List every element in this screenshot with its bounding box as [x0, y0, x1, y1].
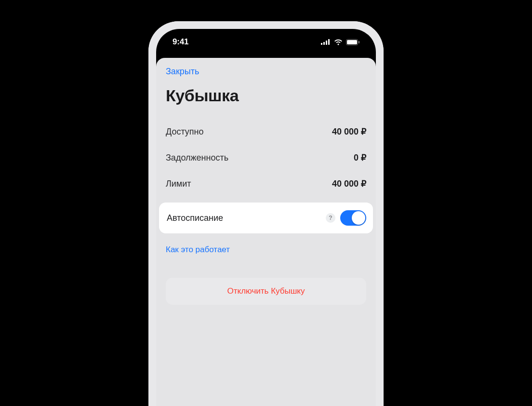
stat-row-available: Доступно 40 000 ₽	[156, 119, 376, 145]
svg-rect-3	[328, 39, 330, 45]
how-it-works-row: Как это работает	[156, 233, 376, 258]
status-time: 9:41	[173, 37, 188, 47]
battery-icon	[346, 39, 359, 45]
stat-label-available: Доступно	[166, 127, 204, 137]
wifi-icon	[334, 39, 343, 45]
content-sheet: Закрыть Кубышка Доступно 40 000 ₽ Задолж…	[156, 58, 376, 406]
how-it-works-link[interactable]: Как это работает	[166, 245, 230, 254]
autopay-label: Автосписание	[167, 213, 223, 223]
stat-label-limit: Лимит	[166, 179, 191, 189]
svg-rect-6	[359, 41, 359, 43]
disable-button-wrap: Отключить Кубышку	[156, 258, 376, 314]
help-icon[interactable]: ?	[326, 213, 335, 223]
stat-value-limit: 40 000 ₽	[332, 178, 366, 189]
autopay-toggle[interactable]	[340, 210, 366, 226]
autopay-controls: ?	[326, 210, 366, 226]
svg-rect-2	[326, 41, 327, 45]
cellular-signal-icon	[321, 39, 331, 45]
svg-rect-0	[321, 43, 322, 45]
stat-row-debt: Задолженность 0 ₽	[156, 145, 376, 171]
phone-bezel: 9:41 Закрыть К	[148, 21, 384, 406]
disable-button[interactable]: Отключить Кубышку	[166, 278, 366, 305]
stat-label-debt: Задолженность	[166, 153, 228, 163]
toggle-knob	[352, 211, 365, 225]
stat-row-limit: Лимит 40 000 ₽	[156, 171, 376, 197]
stat-value-available: 40 000 ₽	[332, 126, 366, 137]
svg-rect-5	[347, 40, 357, 44]
status-indicators	[321, 39, 359, 45]
svg-rect-1	[323, 42, 325, 45]
phone-screen: 9:41 Закрыть К	[156, 29, 376, 406]
close-button[interactable]: Закрыть	[166, 67, 199, 76]
status-bar: 9:41	[156, 29, 376, 55]
title-row: Кубышка	[156, 81, 376, 119]
stat-value-debt: 0 ₽	[354, 152, 366, 163]
autopay-row: Автосписание ?	[159, 203, 373, 233]
phone-frame: 9:41 Закрыть К	[148, 21, 384, 406]
close-row: Закрыть	[156, 58, 376, 81]
page-title: Кубышка	[166, 86, 366, 105]
